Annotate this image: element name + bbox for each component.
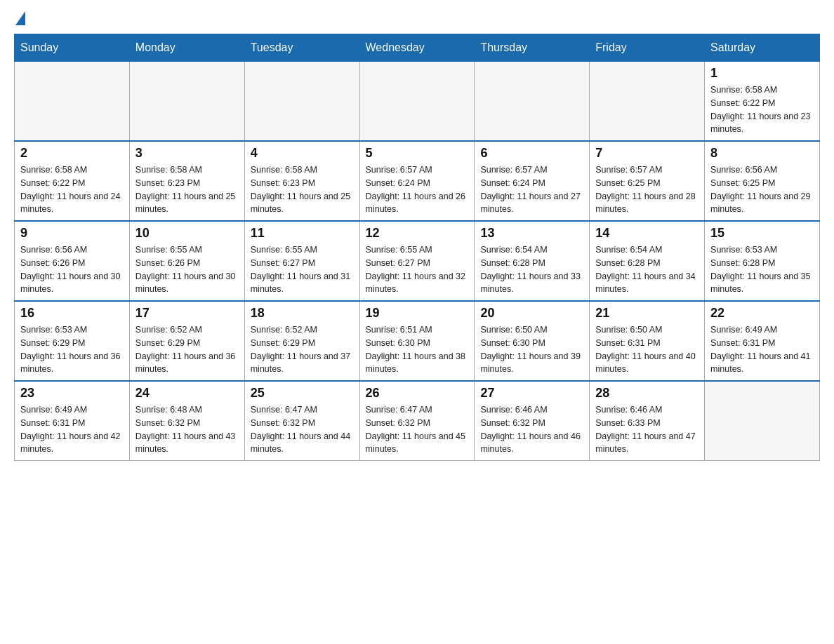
calendar-day-cell: 11Sunrise: 6:55 AMSunset: 6:27 PMDayligh… (244, 221, 359, 301)
calendar-day-cell: 18Sunrise: 6:52 AMSunset: 6:29 PMDayligh… (244, 301, 359, 381)
day-info: Sunrise: 6:55 AMSunset: 6:26 PMDaylight:… (135, 243, 239, 296)
day-number: 16 (20, 306, 124, 321)
day-number: 26 (366, 386, 469, 401)
calendar-day-cell (359, 62, 475, 142)
day-number: 23 (20, 386, 124, 401)
day-info: Sunrise: 6:46 AMSunset: 6:33 PMDaylight:… (595, 403, 699, 456)
day-info: Sunrise: 6:52 AMSunset: 6:29 PMDaylight:… (135, 323, 239, 376)
day-number: 15 (710, 226, 814, 241)
calendar-day-cell: 13Sunrise: 6:54 AMSunset: 6:28 PMDayligh… (475, 221, 590, 301)
day-number: 2 (20, 146, 124, 161)
day-info: Sunrise: 6:49 AMSunset: 6:31 PMDaylight:… (710, 323, 814, 376)
logo-triangle-icon (15, 11, 25, 25)
day-info: Sunrise: 6:57 AMSunset: 6:25 PMDaylight:… (595, 163, 699, 216)
day-number: 12 (366, 226, 469, 241)
calendar-day-cell (129, 62, 244, 142)
day-number: 5 (366, 146, 469, 161)
day-info: Sunrise: 6:50 AMSunset: 6:31 PMDaylight:… (595, 323, 699, 376)
day-info: Sunrise: 6:47 AMSunset: 6:32 PMDaylight:… (366, 403, 469, 456)
calendar-day-cell: 17Sunrise: 6:52 AMSunset: 6:29 PMDayligh… (129, 301, 244, 381)
day-info: Sunrise: 6:47 AMSunset: 6:32 PMDaylight:… (251, 403, 354, 456)
day-info: Sunrise: 6:53 AMSunset: 6:28 PMDaylight:… (710, 243, 814, 296)
calendar-week-row: 9Sunrise: 6:56 AMSunset: 6:26 PMDaylight… (15, 221, 820, 301)
calendar-day-cell: 19Sunrise: 6:51 AMSunset: 6:30 PMDayligh… (359, 301, 475, 381)
day-info: Sunrise: 6:52 AMSunset: 6:29 PMDaylight:… (251, 323, 354, 376)
day-number: 20 (480, 306, 583, 321)
day-number: 25 (251, 386, 354, 401)
day-info: Sunrise: 6:51 AMSunset: 6:30 PMDaylight:… (366, 323, 469, 376)
day-number: 6 (480, 146, 583, 161)
calendar-week-row: 23Sunrise: 6:49 AMSunset: 6:31 PMDayligh… (15, 381, 820, 461)
day-number: 9 (20, 226, 124, 241)
day-info: Sunrise: 6:50 AMSunset: 6:30 PMDaylight:… (480, 323, 583, 376)
calendar-header-thursday: Thursday (475, 34, 590, 62)
calendar-header-sunday: Sunday (15, 34, 130, 62)
calendar-day-cell: 15Sunrise: 6:53 AMSunset: 6:28 PMDayligh… (705, 221, 820, 301)
day-info: Sunrise: 6:54 AMSunset: 6:28 PMDaylight:… (595, 243, 699, 296)
day-number: 11 (251, 226, 354, 241)
calendar-header-row: SundayMondayTuesdayWednesdayThursdayFrid… (15, 34, 820, 62)
calendar-day-cell (705, 381, 820, 461)
day-number: 3 (135, 146, 239, 161)
day-info: Sunrise: 6:48 AMSunset: 6:32 PMDaylight:… (135, 403, 239, 456)
day-info: Sunrise: 6:46 AMSunset: 6:32 PMDaylight:… (480, 403, 583, 456)
day-info: Sunrise: 6:58 AMSunset: 6:23 PMDaylight:… (251, 163, 354, 216)
day-number: 28 (595, 386, 699, 401)
calendar-day-cell: 16Sunrise: 6:53 AMSunset: 6:29 PMDayligh… (15, 301, 130, 381)
calendar-week-row: 16Sunrise: 6:53 AMSunset: 6:29 PMDayligh… (15, 301, 820, 381)
calendar-header-saturday: Saturday (705, 34, 820, 62)
day-number: 17 (135, 306, 239, 321)
calendar-table: SundayMondayTuesdayWednesdayThursdayFrid… (14, 34, 820, 461)
page-header (14, 14, 820, 22)
day-info: Sunrise: 6:58 AMSunset: 6:23 PMDaylight:… (135, 163, 239, 216)
day-number: 27 (480, 386, 583, 401)
calendar-day-cell: 25Sunrise: 6:47 AMSunset: 6:32 PMDayligh… (244, 381, 359, 461)
calendar-day-cell: 27Sunrise: 6:46 AMSunset: 6:32 PMDayligh… (475, 381, 590, 461)
day-info: Sunrise: 6:54 AMSunset: 6:28 PMDaylight:… (480, 243, 583, 296)
day-info: Sunrise: 6:56 AMSunset: 6:25 PMDaylight:… (710, 163, 814, 216)
day-number: 19 (366, 306, 469, 321)
calendar-day-cell: 23Sunrise: 6:49 AMSunset: 6:31 PMDayligh… (15, 381, 130, 461)
calendar-day-cell: 26Sunrise: 6:47 AMSunset: 6:32 PMDayligh… (359, 381, 475, 461)
calendar-week-row: 2Sunrise: 6:58 AMSunset: 6:22 PMDaylight… (15, 141, 820, 221)
day-number: 13 (480, 226, 583, 241)
calendar-day-cell (590, 62, 705, 142)
day-number: 22 (710, 306, 814, 321)
calendar-day-cell: 2Sunrise: 6:58 AMSunset: 6:22 PMDaylight… (15, 141, 130, 221)
calendar-header-wednesday: Wednesday (359, 34, 475, 62)
day-info: Sunrise: 6:55 AMSunset: 6:27 PMDaylight:… (251, 243, 354, 296)
day-info: Sunrise: 6:57 AMSunset: 6:24 PMDaylight:… (366, 163, 469, 216)
calendar-day-cell: 4Sunrise: 6:58 AMSunset: 6:23 PMDaylight… (244, 141, 359, 221)
calendar-day-cell: 1Sunrise: 6:58 AMSunset: 6:22 PMDaylight… (705, 62, 820, 142)
day-info: Sunrise: 6:56 AMSunset: 6:26 PMDaylight:… (20, 243, 124, 296)
calendar-day-cell: 12Sunrise: 6:55 AMSunset: 6:27 PMDayligh… (359, 221, 475, 301)
calendar-day-cell: 6Sunrise: 6:57 AMSunset: 6:24 PMDaylight… (475, 141, 590, 221)
logo (14, 14, 25, 22)
calendar-day-cell: 24Sunrise: 6:48 AMSunset: 6:32 PMDayligh… (129, 381, 244, 461)
calendar-day-cell (475, 62, 590, 142)
calendar-day-cell (244, 62, 359, 142)
day-number: 8 (710, 146, 814, 161)
calendar-day-cell: 9Sunrise: 6:56 AMSunset: 6:26 PMDaylight… (15, 221, 130, 301)
calendar-day-cell: 3Sunrise: 6:58 AMSunset: 6:23 PMDaylight… (129, 141, 244, 221)
calendar-week-row: 1Sunrise: 6:58 AMSunset: 6:22 PMDaylight… (15, 62, 820, 142)
day-number: 7 (595, 146, 699, 161)
calendar-day-cell: 20Sunrise: 6:50 AMSunset: 6:30 PMDayligh… (475, 301, 590, 381)
calendar-day-cell (15, 62, 130, 142)
calendar-day-cell: 5Sunrise: 6:57 AMSunset: 6:24 PMDaylight… (359, 141, 475, 221)
day-number: 4 (251, 146, 354, 161)
calendar-header-monday: Monday (129, 34, 244, 62)
calendar-day-cell: 7Sunrise: 6:57 AMSunset: 6:25 PMDaylight… (590, 141, 705, 221)
day-number: 14 (595, 226, 699, 241)
day-number: 24 (135, 386, 239, 401)
calendar-header-tuesday: Tuesday (244, 34, 359, 62)
day-number: 1 (710, 66, 814, 81)
day-info: Sunrise: 6:53 AMSunset: 6:29 PMDaylight:… (20, 323, 124, 376)
day-info: Sunrise: 6:57 AMSunset: 6:24 PMDaylight:… (480, 163, 583, 216)
day-number: 10 (135, 226, 239, 241)
calendar-day-cell: 14Sunrise: 6:54 AMSunset: 6:28 PMDayligh… (590, 221, 705, 301)
calendar-header-friday: Friday (590, 34, 705, 62)
day-info: Sunrise: 6:49 AMSunset: 6:31 PMDaylight:… (20, 403, 124, 456)
calendar-day-cell: 21Sunrise: 6:50 AMSunset: 6:31 PMDayligh… (590, 301, 705, 381)
calendar-day-cell: 8Sunrise: 6:56 AMSunset: 6:25 PMDaylight… (705, 141, 820, 221)
